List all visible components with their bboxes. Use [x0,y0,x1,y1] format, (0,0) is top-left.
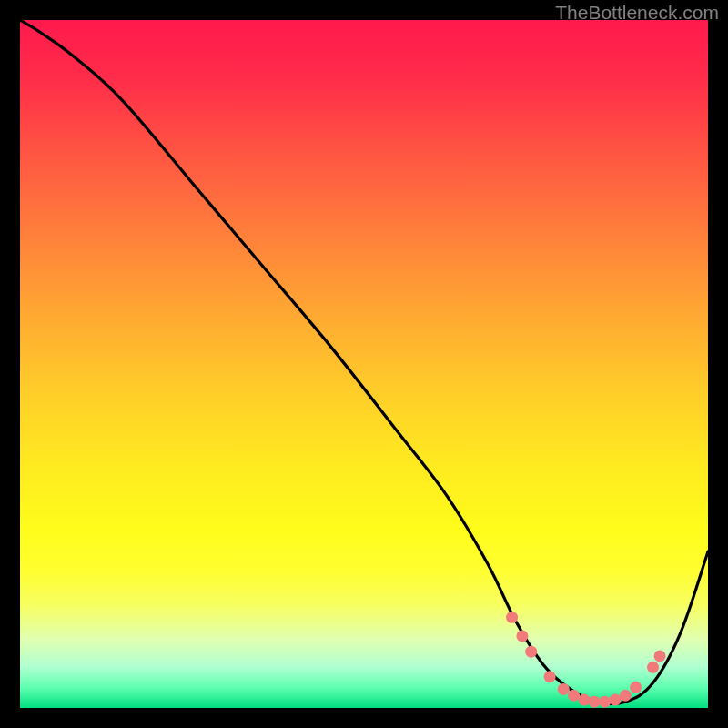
curve-marker [578,694,590,706]
curve-marker [654,650,666,662]
curve-marker [558,683,570,695]
curve-marker [630,682,642,693]
curve-marker [568,690,580,702]
curve-marker [525,646,537,658]
curve-path [20,20,708,703]
curve-marker [589,696,601,708]
curve-marker [506,612,518,623]
curve-marker [620,690,632,702]
curve-marker [647,662,659,673]
curve-marker [544,671,556,682]
plot-area [20,20,708,708]
curve-marker [599,696,611,708]
attribution-text: TheBottleneck.com [555,2,719,24]
chart-frame: TheBottleneck.com [0,0,728,728]
curve-marker [516,630,528,642]
curve-markers [506,612,666,708]
bottleneck-curve-svg [20,20,708,708]
curve-marker [609,694,621,706]
